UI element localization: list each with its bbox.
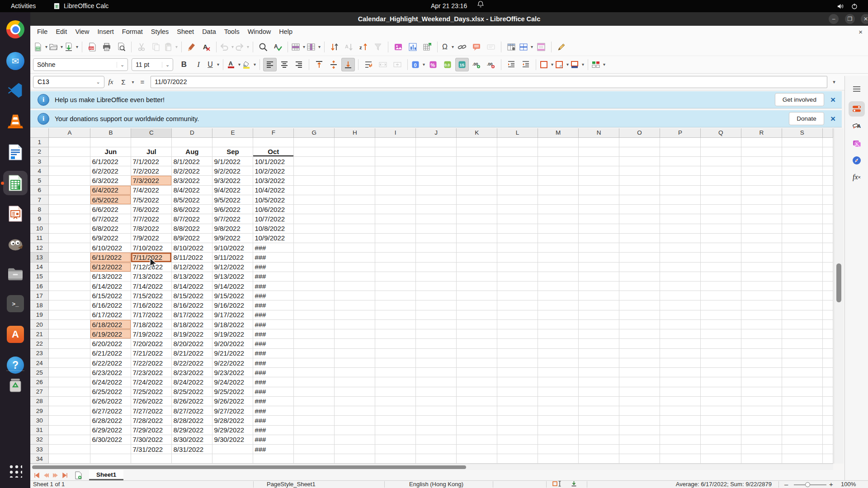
cell-J3[interactable] <box>416 156 457 166</box>
cell-H14[interactable] <box>335 262 375 272</box>
cell-K16[interactable] <box>457 282 497 291</box>
horizontal-scrollbar[interactable] <box>30 464 833 470</box>
activities-button[interactable]: Activities <box>6 0 40 12</box>
cell-I22[interactable] <box>375 339 416 348</box>
cell-D22[interactable]: 8/20/2022 <box>172 339 212 348</box>
cell-M5[interactable] <box>538 176 579 185</box>
cell-F28[interactable]: ### <box>253 396 294 406</box>
cell-Q9[interactable] <box>700 214 741 224</box>
cell-F31[interactable]: ### <box>253 425 294 435</box>
last-sheet-icon[interactable] <box>62 473 68 478</box>
cell-C4[interactable]: 7/2/2022 <box>131 166 172 176</box>
cell-I34[interactable] <box>375 454 416 464</box>
column-header-A[interactable]: A <box>49 128 90 137</box>
cell-P2[interactable] <box>660 147 700 156</box>
cell-L26[interactable] <box>497 377 538 387</box>
cell-F9[interactable]: 10/7/2022 <box>253 214 294 224</box>
cell-E26[interactable]: 9/24/2022 <box>212 377 253 387</box>
cell-R25[interactable] <box>741 368 782 377</box>
cell-K15[interactable] <box>457 272 497 281</box>
cell-I19[interactable] <box>375 310 416 319</box>
cell-M22[interactable] <box>538 339 579 348</box>
format-number-icon[interactable]: 0.0 <box>441 58 454 71</box>
cell-Q25[interactable] <box>700 368 741 377</box>
cell-D16[interactable]: 8/14/2022 <box>172 282 212 291</box>
column-header-S[interactable]: S <box>782 128 822 137</box>
cell-C31[interactable]: 7/29/2022 <box>131 425 172 435</box>
cell-J12[interactable] <box>416 243 457 253</box>
cell-P9[interactable] <box>660 214 700 224</box>
column-header-B[interactable]: B <box>90 128 131 137</box>
row-header-6[interactable]: 6 <box>30 185 49 195</box>
format-percent-icon[interactable]: % <box>426 58 440 71</box>
cell-O25[interactable] <box>619 368 660 377</box>
cell-M8[interactable] <box>538 205 579 214</box>
cell-O22[interactable] <box>619 339 660 348</box>
cell-J25[interactable] <box>416 368 457 377</box>
cell-R19[interactable] <box>741 310 782 319</box>
center-vertically-icon[interactable] <box>327 58 340 71</box>
cell-A25[interactable] <box>49 368 90 377</box>
cell-E18[interactable]: 9/16/2022 <box>212 300 253 310</box>
cell-P15[interactable] <box>660 272 700 281</box>
cell-E22[interactable]: 9/20/2022 <box>212 339 253 348</box>
cell-G25[interactable] <box>294 368 335 377</box>
cell-H5[interactable] <box>335 176 375 185</box>
cell-P8[interactable] <box>660 205 700 214</box>
align-bottom-icon[interactable] <box>341 58 355 71</box>
hyperlink-icon[interactable] <box>455 40 469 54</box>
cell-A5[interactable] <box>49 176 90 185</box>
cell-C22[interactable]: 7/20/2022 <box>131 339 172 348</box>
cell-G28[interactable] <box>294 396 335 406</box>
cell-M19[interactable] <box>538 310 579 319</box>
menu-help[interactable]: Help <box>275 26 297 38</box>
cell-L30[interactable] <box>497 416 538 425</box>
cell-S13[interactable] <box>782 253 822 262</box>
cell-Q13[interactable] <box>700 253 741 262</box>
cell-M20[interactable] <box>538 319 579 329</box>
cell-G5[interactable] <box>294 176 335 185</box>
cell-S18[interactable] <box>782 300 822 310</box>
cell-O18[interactable] <box>619 300 660 310</box>
cell-A12[interactable] <box>49 243 90 253</box>
cell-R20[interactable] <box>741 319 782 329</box>
cell-Q2[interactable] <box>700 147 741 156</box>
align-left-icon[interactable] <box>263 58 277 71</box>
font-size-combo[interactable]: 11 pt ⌄ <box>132 58 173 71</box>
column-header-L[interactable]: L <box>497 128 538 137</box>
cell-G33[interactable] <box>294 445 335 454</box>
wrap-text-icon[interactable] <box>362 58 375 71</box>
find-replace-icon[interactable] <box>256 40 270 54</box>
cell-A19[interactable] <box>49 310 90 319</box>
cell-B11[interactable]: 6/9/2022 <box>90 233 131 243</box>
insert-comment-icon[interactable] <box>470 40 483 54</box>
cell-F13[interactable]: ### <box>253 253 294 262</box>
row-header-24[interactable]: 24 <box>30 358 49 367</box>
cell-I15[interactable] <box>375 272 416 281</box>
clone-formatting-icon[interactable] <box>185 40 198 54</box>
cell-E17[interactable]: 9/15/2022 <box>212 291 253 300</box>
cell-B12[interactable]: 6/10/2022 <box>90 243 131 253</box>
cell-S16[interactable] <box>782 282 822 291</box>
cell-K14[interactable] <box>457 262 497 272</box>
cell-O21[interactable] <box>619 329 660 339</box>
open-icon[interactable] <box>49 40 63 54</box>
cell-L18[interactable] <box>497 300 538 310</box>
cell-N15[interactable] <box>579 272 619 281</box>
cell-J23[interactable] <box>416 348 457 358</box>
cell-P12[interactable] <box>660 243 700 253</box>
cell-R18[interactable] <box>741 300 782 310</box>
cell-E34[interactable] <box>212 454 253 464</box>
cell-C5[interactable]: 7/3/2022 <box>131 176 172 185</box>
expand-formula-bar-icon[interactable]: ▾ <box>827 79 841 85</box>
cell-R4[interactable] <box>741 166 782 176</box>
vertical-scrollbar-thumb[interactable] <box>836 263 841 302</box>
cell-S2[interactable] <box>782 147 822 156</box>
cell-Q11[interactable] <box>700 233 741 243</box>
cell-A34[interactable] <box>49 454 90 464</box>
cell-S24[interactable] <box>782 358 822 367</box>
cell-L29[interactable] <box>497 406 538 416</box>
row-header-26[interactable]: 26 <box>30 377 49 387</box>
cell-F24[interactable]: ### <box>253 358 294 367</box>
row-header-29[interactable]: 29 <box>30 406 49 416</box>
